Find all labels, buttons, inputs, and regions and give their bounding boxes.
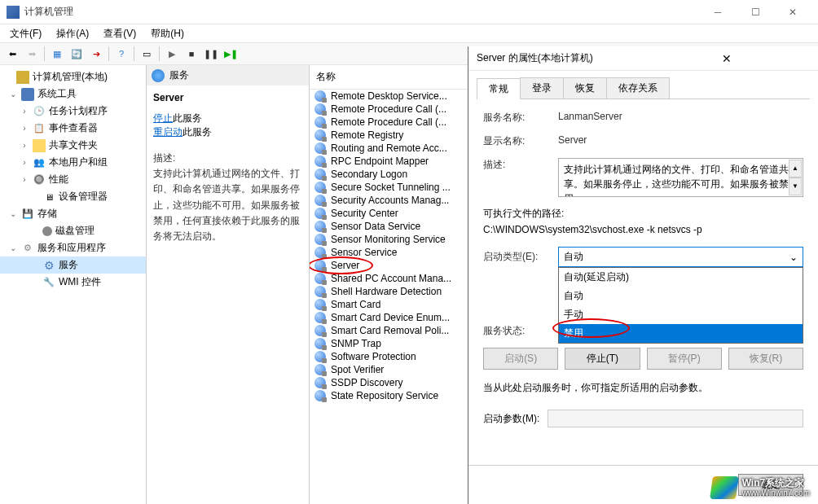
- value-display-name: Server: [558, 134, 803, 146]
- gear-icon: [314, 116, 326, 128]
- service-name-text: Sensor Data Service: [331, 221, 420, 232]
- export-button[interactable]: ➔: [87, 45, 105, 63]
- service-name-text: State Repository Service: [331, 390, 438, 401]
- play-button[interactable]: ▶: [163, 45, 181, 63]
- tab-general[interactable]: 常规: [477, 78, 521, 99]
- tree-tasksched[interactable]: ›🕒任务计划程序: [0, 103, 146, 120]
- opt-auto[interactable]: 自动: [559, 287, 803, 305]
- service-detail-panel: 服务 Server 停止此服务 重启动此服务 描述: 支持此计算机通过网络的文件…: [147, 65, 310, 504]
- gear-icon: [314, 182, 326, 193]
- label-display-name: 显示名称:: [483, 134, 558, 148]
- service-name-text: Security Accounts Manag...: [331, 195, 449, 206]
- show-hide-button[interactable]: ▦: [48, 45, 66, 63]
- refresh-button[interactable]: 🔄: [68, 45, 86, 63]
- label-service-name: 服务名称:: [483, 111, 558, 125]
- label-exe-path: 可执行文件的路径:: [483, 207, 803, 221]
- gear-icon: [314, 364, 326, 375]
- gear-icon: [314, 338, 326, 349]
- service-name-text: Smart Card: [331, 299, 380, 310]
- tree-sharedfolders[interactable]: ›共享文件夹: [0, 137, 146, 154]
- stop-link[interactable]: 停止: [153, 112, 173, 124]
- service-name-text: Secure Socket Tunneling ...: [331, 182, 451, 193]
- start-button[interactable]: 启动(S): [483, 348, 558, 370]
- service-name-text: Remote Desktop Service...: [331, 90, 447, 102]
- gear-icon: [314, 260, 326, 271]
- watermark-logo-icon: [710, 476, 739, 499]
- tree-storage[interactable]: ⌄💾存储: [0, 205, 146, 222]
- service-name-text: Remote Procedure Call (...: [331, 103, 446, 115]
- stop-button[interactable]: 停止(T): [565, 348, 640, 370]
- tree-systools[interactable]: ⌄系统工具: [0, 85, 146, 103]
- tree-services[interactable]: ⚙服务: [0, 256, 146, 274]
- tree-root[interactable]: 计算机管理(本地): [0, 68, 146, 85]
- tree-devmgr[interactable]: 🖥设备管理器: [0, 188, 146, 205]
- gear-icon: [314, 312, 326, 323]
- maximize-button[interactable]: ☐: [737, 0, 774, 24]
- services-icon: [152, 69, 165, 82]
- restart-button[interactable]: ▶❚: [222, 45, 240, 63]
- opt-auto-delayed[interactable]: 自动(延迟启动): [559, 268, 803, 287]
- service-name-text: Smart Card Device Enum...: [331, 312, 450, 323]
- startup-hint: 当从此处启动服务时，你可指定所适用的启动参数。: [483, 381, 803, 395]
- service-name-text: Software Protection: [331, 351, 416, 362]
- service-name-text: Shell Hardware Detection: [331, 286, 442, 297]
- help-button[interactable]: ?: [112, 45, 130, 63]
- menu-file[interactable]: 文件(F): [3, 25, 48, 42]
- gear-icon: [314, 299, 326, 310]
- desc-up-button[interactable]: ▲: [789, 160, 802, 177]
- startup-type-select[interactable]: 自动⌄: [558, 247, 803, 267]
- nav-tree[interactable]: 计算机管理(本地) ⌄系统工具 ›🕒任务计划程序 ›📋事件查看器 ›共享文件夹 …: [0, 65, 147, 504]
- tree-svcapps[interactable]: ⌄⚙服务和应用程序: [0, 239, 146, 256]
- back-button[interactable]: ⬅: [3, 45, 21, 63]
- gear-icon: [314, 325, 326, 336]
- tree-wmi[interactable]: 🔧WMI 控件: [0, 274, 146, 291]
- opt-disabled[interactable]: 禁用: [559, 324, 803, 343]
- gear-icon: [314, 234, 326, 245]
- restart-link[interactable]: 重启动: [153, 126, 183, 138]
- tree-localusers[interactable]: ›👥本地用户和组: [0, 154, 146, 171]
- desc-down-button[interactable]: ▼: [789, 177, 802, 195]
- tab-recovery[interactable]: 恢复: [563, 77, 607, 99]
- menu-view[interactable]: 查看(V): [97, 25, 143, 42]
- tree-eventvwr[interactable]: ›📋事件查看器: [0, 120, 146, 137]
- tree-diskmgmt[interactable]: 磁盘管理: [0, 222, 146, 239]
- tree-perf[interactable]: ›🔘性能: [0, 171, 146, 188]
- service-name-text: Remote Procedure Call (...: [331, 116, 446, 128]
- service-name-text: Sensor Service: [331, 247, 397, 258]
- resume-button[interactable]: 恢复(R): [728, 348, 803, 370]
- value-service-name: LanmanServer: [558, 111, 803, 122]
- tab-dependencies[interactable]: 依存关系: [606, 77, 670, 99]
- service-name-text: Sensor Monitoring Service: [331, 234, 446, 245]
- stop-button[interactable]: ■: [183, 45, 200, 63]
- properties-button[interactable]: ▭: [138, 45, 156, 63]
- minimize-button[interactable]: ─: [699, 0, 737, 24]
- tab-logon[interactable]: 登录: [520, 77, 564, 99]
- service-name-text: Routing and Remote Acc...: [331, 142, 447, 154]
- gear-icon: [314, 351, 326, 362]
- gear-icon: [314, 221, 326, 232]
- gear-icon: [314, 195, 326, 206]
- gear-icon: [314, 286, 326, 297]
- service-name-text: Shared PC Account Mana...: [331, 273, 451, 284]
- menu-action[interactable]: 操作(A): [50, 25, 95, 42]
- pause-button[interactable]: 暂停(P): [647, 348, 722, 370]
- gear-icon: [314, 90, 326, 102]
- service-name-text: Spot Verifier: [331, 364, 384, 375]
- menubar: 文件(F) 操作(A) 查看(V) 帮助(H): [0, 24, 818, 42]
- menu-help[interactable]: 帮助(H): [144, 25, 191, 42]
- desc-text: 支持此计算机通过网络的文件、打印、和命名管道共享。如果服务停止，这些功能不可用。…: [153, 166, 302, 244]
- value-exe-path: C:\WINDOWS\system32\svchost.exe -k netsv…: [483, 224, 803, 235]
- description-box[interactable]: 支持此计算机通过网络的文件、打印、和命名管道共享。如果服务停止，这些功能不可用。…: [558, 158, 803, 197]
- dialog-close-button[interactable]: ✕: [644, 52, 811, 65]
- pause-button[interactable]: ❚❚: [202, 45, 220, 63]
- opt-manual[interactable]: 手动: [559, 305, 803, 324]
- close-button[interactable]: ✕: [774, 0, 811, 24]
- service-name-text: RPC Endpoint Mapper: [331, 156, 429, 167]
- startup-type-dropdown: 自动(延迟启动) 自动 手动 禁用: [558, 267, 803, 344]
- forward-button[interactable]: ➡: [23, 45, 41, 63]
- gear-icon: [314, 208, 326, 219]
- label-start-params: 启动参数(M):: [483, 412, 539, 426]
- service-name-text: Security Center: [331, 208, 398, 219]
- watermark: Win7系统之家www.Winwin7.com: [711, 476, 810, 499]
- gear-icon: [314, 129, 326, 141]
